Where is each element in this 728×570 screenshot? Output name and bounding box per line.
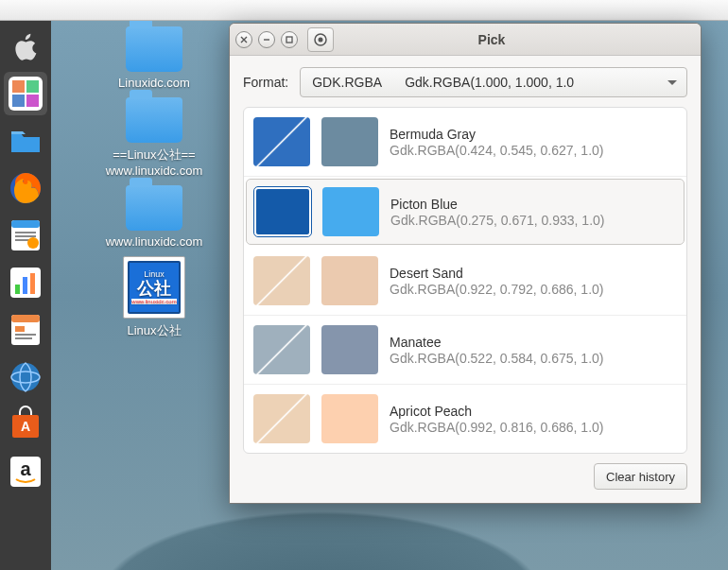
svg-rect-19 [15, 334, 36, 336]
window-footer: Clear history [243, 463, 687, 490]
svg-text:a: a [20, 458, 31, 479]
color-value: Gdk.RGBA(0.992, 0.816, 0.686, 1.0) [390, 420, 677, 435]
svg-rect-14 [23, 277, 27, 294]
desktop-icon-label: www.linuxidc.com [106, 234, 203, 249]
svg-point-29 [319, 37, 323, 42]
svg-rect-27 [286, 37, 292, 43]
svg-rect-8 [15, 232, 36, 233]
launcher-dock: A a [0, 21, 51, 570]
color-value: Gdk.RGBA(0.922, 0.792, 0.686, 1.0) [390, 282, 677, 297]
color-info: Picton BlueGdk.RGBA(0.275, 0.671, 0.933,… [390, 197, 676, 228]
svg-rect-2 [26, 80, 39, 93]
minimize-icon[interactable] [258, 31, 275, 48]
launcher-icon: Linux公社www.linuxidc.com [123, 256, 185, 319]
color-name: Picton Blue [390, 197, 676, 212]
color-swatch [321, 325, 378, 374]
clear-history-button[interactable]: Clear history [594, 463, 687, 490]
color-value: Gdk.RGBA(0.522, 0.584, 0.675, 1.0) [390, 351, 677, 366]
color-name: Desert Sand [390, 266, 677, 281]
desktop-launcher[interactable]: Linux公社www.linuxidc.com Linux公社 [74, 256, 234, 339]
screenshot-thumb [253, 394, 310, 443]
svg-rect-13 [15, 285, 20, 294]
screenshot-thumb [253, 325, 310, 374]
screenshot-thumb [253, 117, 310, 166]
desktop-folder[interactable]: ==Linux公社== www.linuxidc.com [74, 97, 234, 178]
dropdown-sample: Gdk.RGBA(1.000, 1.000, 1.0 [405, 75, 574, 90]
svg-rect-1 [12, 80, 25, 93]
svg-rect-20 [15, 337, 32, 339]
color-info: Bermuda GrayGdk.RGBA(0.424, 0.545, 0.627… [390, 127, 677, 158]
desktop-icon-label: Linuxidc.com [118, 76, 190, 90]
svg-rect-15 [30, 273, 35, 294]
svg-text:A: A [21, 419, 30, 434]
window-titlebar[interactable]: Pick [230, 24, 701, 56]
global-menu-bar [0, 0, 728, 21]
software-center-icon[interactable]: A [4, 403, 47, 446]
dropdown-selected: GDK.RGBA [312, 75, 382, 90]
svg-rect-17 [11, 315, 40, 322]
color-row[interactable]: Picton BlueGdk.RGBA(0.275, 0.671, 0.933,… [246, 179, 685, 245]
maximize-icon[interactable] [281, 31, 298, 48]
screenshot-thumb [253, 256, 310, 305]
desktop-folder[interactable]: Linuxidc.com [74, 26, 234, 90]
files-icon[interactable] [4, 119, 47, 163]
folder-icon [126, 26, 182, 72]
color-name: Manatee [390, 335, 677, 350]
color-row[interactable]: Bermuda GrayGdk.RGBA(0.424, 0.545, 0.627… [244, 108, 686, 177]
desktop-icon-label: ==Linux公社== www.linuxidc.com [106, 147, 203, 178]
desktop-icons-area: Linuxidc.com ==Linux公社== www.linuxidc.co… [74, 26, 234, 347]
window-title: Pick [339, 32, 695, 47]
color-name: Apricot Peach [390, 404, 677, 419]
desktop-folder[interactable]: www.linuxidc.com [74, 185, 234, 249]
svg-rect-7 [11, 220, 40, 228]
color-info: Apricot PeachGdk.RGBA(0.992, 0.816, 0.68… [390, 404, 677, 435]
window-body: Format: GDK.RGBA Gdk.RGBA(1.000, 1.000, … [230, 56, 701, 503]
color-swatch [321, 394, 378, 443]
pick-window: Pick Format: GDK.RGBA Gdk.RGBA(1.000, 1.… [229, 23, 702, 504]
pick-app-icon[interactable] [4, 72, 47, 115]
color-row[interactable]: Desert SandGdk.RGBA(0.922, 0.792, 0.686,… [244, 247, 686, 316]
color-row[interactable]: Apricot PeachGdk.RGBA(0.992, 0.816, 0.68… [244, 385, 686, 453]
color-info: Desert SandGdk.RGBA(0.922, 0.792, 0.686,… [390, 266, 677, 297]
color-name: Bermuda Gray [390, 127, 677, 142]
color-row[interactable]: ManateeGdk.RGBA(0.522, 0.584, 0.675, 1.0… [244, 316, 686, 385]
svg-rect-3 [12, 95, 25, 107]
svg-rect-18 [15, 326, 25, 332]
color-swatch [321, 256, 378, 305]
folder-icon [126, 185, 182, 231]
apple-icon[interactable] [4, 25, 47, 68]
format-dropdown[interactable]: GDK.RGBA Gdk.RGBA(1.000, 1.000, 1.0 [300, 67, 687, 97]
format-label: Format: [243, 75, 288, 90]
color-value: Gdk.RGBA(0.424, 0.545, 0.627, 1.0) [390, 143, 677, 158]
svg-point-21 [11, 363, 40, 391]
writer-icon[interactable] [4, 214, 47, 257]
color-swatch [322, 187, 379, 236]
charts-icon[interactable] [4, 261, 47, 304]
close-icon[interactable] [235, 31, 252, 48]
color-history-list: Bermuda GrayGdk.RGBA(0.424, 0.545, 0.627… [243, 107, 687, 454]
format-row: Format: GDK.RGBA Gdk.RGBA(1.000, 1.000, … [243, 67, 687, 97]
globe-icon[interactable] [4, 355, 47, 399]
folder-icon [126, 97, 182, 143]
color-swatch [321, 117, 378, 166]
svg-rect-4 [26, 95, 39, 107]
eyedropper-button[interactable] [307, 27, 334, 52]
firefox-icon[interactable] [4, 166, 47, 210]
impress-icon[interactable] [4, 308, 47, 352]
screenshot-thumb [254, 187, 311, 236]
svg-point-11 [27, 237, 39, 249]
color-value: Gdk.RGBA(0.275, 0.671, 0.933, 1.0) [390, 213, 676, 228]
desktop-icon-label: Linux公社 [127, 322, 181, 339]
color-info: ManateeGdk.RGBA(0.522, 0.584, 0.675, 1.0… [390, 335, 677, 366]
amazon-icon[interactable]: a [4, 450, 47, 493]
svg-rect-9 [15, 235, 36, 237]
